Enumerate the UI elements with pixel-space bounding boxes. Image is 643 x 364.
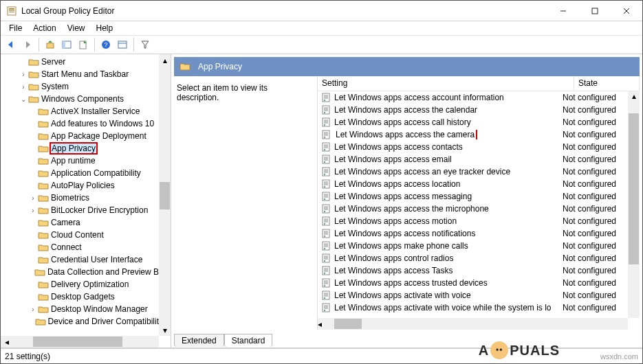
tree-item[interactable]: Cloud Content xyxy=(1,229,159,241)
tree-item[interactable]: ›BitLocker Drive Encryption xyxy=(1,204,159,216)
scroll-up-icon[interactable]: ▴ xyxy=(632,91,636,101)
setting-row[interactable]: Let Windows apps access the calendarNot … xyxy=(318,104,628,116)
scroll-thumb[interactable] xyxy=(33,337,122,347)
setting-row[interactable]: Let Windows apps make phone callsNot con… xyxy=(318,240,628,252)
list-vertical-scrollbar[interactable]: ▴ xyxy=(628,91,640,318)
scroll-thumb[interactable] xyxy=(629,113,639,264)
close-button[interactable] xyxy=(611,1,642,21)
svg-point-85 xyxy=(324,260,325,262)
svg-rect-96 xyxy=(323,291,329,299)
tree-item-label: Cloud Content xyxy=(51,230,104,240)
scroll-left-icon[interactable]: ◂ xyxy=(318,319,322,329)
filter-button[interactable] xyxy=(138,37,153,52)
folder-icon xyxy=(28,57,39,67)
tree-item[interactable]: Credential User Interface xyxy=(1,253,159,266)
setting-row[interactable]: Let Windows apps access locationNot conf… xyxy=(318,178,628,190)
content-header: App Privacy xyxy=(174,57,640,76)
content-body: App Privacy Select an item to view its d… xyxy=(171,54,642,332)
tree-item[interactable]: ›Start Menu and Taskbar xyxy=(1,68,159,80)
scroll-left-icon[interactable]: ◂ xyxy=(1,336,12,348)
menu-file[interactable]: File xyxy=(3,22,28,34)
setting-row[interactable]: Let Windows apps access account informat… xyxy=(318,91,628,104)
setting-row[interactable]: Let Windows apps activate with voiceNot … xyxy=(318,289,628,302)
scroll-up-icon[interactable]: ▴ xyxy=(159,54,171,66)
menu-help[interactable]: Help xyxy=(91,22,119,34)
tree-item[interactable]: ›System xyxy=(1,80,159,93)
folder-icon xyxy=(38,119,49,128)
tree-item[interactable]: Desktop Gadgets xyxy=(1,291,159,303)
tree-item[interactable]: AutoPlay Policies xyxy=(1,179,159,192)
setting-row[interactable]: Let Windows apps access emailNot configu… xyxy=(318,153,628,166)
setting-row[interactable]: Let Windows apps access the cameraNot co… xyxy=(318,128,628,141)
up-button[interactable] xyxy=(43,37,58,52)
setting-row[interactable]: Let Windows apps access trusted devicesN… xyxy=(318,277,628,289)
help-button[interactable]: ? xyxy=(98,37,113,52)
folder-icon xyxy=(28,69,39,79)
show-hide-tree-button[interactable] xyxy=(59,37,74,52)
setting-row[interactable]: Let Windows apps access an eye tracker d… xyxy=(318,166,628,178)
tree-item[interactable]: ⌄Windows Components xyxy=(1,93,159,105)
tree-item[interactable]: App Package Deployment xyxy=(1,130,159,142)
setting-row[interactable]: Let Windows apps control radiosNot confi… xyxy=(318,252,628,264)
tree-item[interactable]: ›Desktop Window Manager xyxy=(1,303,159,315)
setting-row[interactable]: Let Windows apps access notificationsNot… xyxy=(318,227,628,240)
tree-item[interactable]: Server xyxy=(1,56,159,68)
tree-item[interactable]: ›Biometrics xyxy=(1,192,159,204)
tree-item[interactable]: Application Compatibility xyxy=(1,167,159,179)
tree-item[interactable]: Add features to Windows 10 xyxy=(1,117,159,130)
column-setting[interactable]: Setting xyxy=(318,76,574,91)
scroll-down-icon[interactable]: ▾ xyxy=(159,324,171,336)
setting-row[interactable]: Let Windows apps access messagingNot con… xyxy=(318,190,628,203)
tree-item[interactable]: Device and Driver Compatibilit xyxy=(1,315,159,328)
tab-standard[interactable]: Standard xyxy=(224,334,273,347)
export-list-button[interactable] xyxy=(76,37,91,52)
tab-extended[interactable]: Extended xyxy=(174,334,224,347)
policy-icon xyxy=(320,204,331,214)
properties-button[interactable] xyxy=(115,37,130,52)
setting-state: Not configured xyxy=(563,105,628,115)
tree-item[interactable]: ActiveX Installer Service xyxy=(1,105,159,117)
tree-view[interactable]: Server›Start Menu and Taskbar›System⌄Win… xyxy=(1,54,171,348)
policy-icon xyxy=(320,253,331,263)
tree-item[interactable]: App runtime xyxy=(1,155,159,167)
back-button[interactable] xyxy=(3,37,19,52)
settings-rows[interactable]: Let Windows apps access account informat… xyxy=(318,91,640,330)
status-text: 21 setting(s) xyxy=(5,352,50,361)
tree-item[interactable]: Connect xyxy=(1,241,159,253)
menu-view[interactable]: View xyxy=(62,22,91,34)
tree-vertical-scrollbar[interactable]: ▴ ▾ xyxy=(159,54,171,336)
minimize-button[interactable] xyxy=(547,1,579,21)
setting-row[interactable]: Let Windows apps access contactsNot conf… xyxy=(318,141,628,153)
tree-horizontal-scrollbar[interactable]: ◂ xyxy=(1,336,159,348)
toolbar-separator xyxy=(133,38,134,52)
chevron-right-icon[interactable]: › xyxy=(19,71,28,78)
scroll-thumb[interactable] xyxy=(334,319,362,329)
setting-row[interactable]: Let Windows apps access call historyNot … xyxy=(318,116,628,128)
setting-row[interactable]: Let Windows apps access motionNot config… xyxy=(318,215,628,227)
list-horizontal-scrollbar[interactable]: ◂ xyxy=(318,318,628,330)
svg-point-75 xyxy=(324,236,325,237)
menu-action[interactable]: Action xyxy=(28,22,61,34)
chevron-down-icon[interactable]: ⌄ xyxy=(19,95,28,103)
scroll-thumb[interactable] xyxy=(160,182,170,209)
policy-icon xyxy=(320,291,331,300)
chevron-right-icon[interactable]: › xyxy=(28,194,38,202)
chevron-right-icon[interactable]: › xyxy=(28,306,38,313)
setting-label: Let Windows apps activate with voice xyxy=(334,291,563,300)
forward-button[interactable] xyxy=(20,37,35,52)
setting-label: Let Windows apps activate with voice whi… xyxy=(334,303,563,312)
chevron-right-icon[interactable]: › xyxy=(28,207,38,214)
setting-row[interactable]: Let Windows apps access TasksNot configu… xyxy=(318,264,628,277)
chevron-right-icon[interactable]: › xyxy=(19,83,28,91)
maximize-button[interactable] xyxy=(579,1,611,21)
svg-rect-8 xyxy=(47,43,54,48)
tree-item[interactable]: Data Collection and Preview B xyxy=(1,266,159,278)
setting-row[interactable]: Let Windows apps access the microphoneNo… xyxy=(318,203,628,215)
tree-item[interactable]: Delivery Optimization xyxy=(1,278,159,291)
setting-row[interactable]: Let Windows apps activate with voice whi… xyxy=(318,302,628,314)
tree-item[interactable]: Camera xyxy=(1,216,159,229)
column-state[interactable]: State xyxy=(574,76,640,91)
svg-rect-1 xyxy=(9,8,14,10)
folder-icon xyxy=(38,131,49,141)
tree-item[interactable]: App Privacy xyxy=(1,142,159,155)
